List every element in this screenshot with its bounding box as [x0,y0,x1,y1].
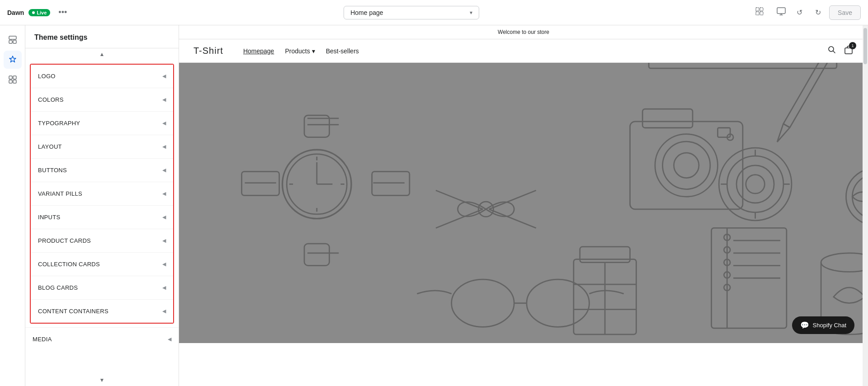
top-bar-right: ↺ ↻ Save [774,5,861,20]
grid-view-button[interactable] [752,4,767,21]
settings-item-inputs[interactable]: INPUTS ◀ [31,206,173,229]
preview-area: Welcome to our store T-Shirt Homepage Pr… [179,25,868,386]
svg-rect-8 [9,76,12,79]
settings-item-variant-pills-label: VARIANT PILLS [38,190,82,197]
preview-scrollbar-thumb [863,28,867,64]
settings-panel: Theme settings ▲ LOGO ◀ COLORS ◀ [25,25,179,386]
settings-item-logo[interactable]: LOGO ◀ [31,65,173,88]
svg-rect-2 [756,12,759,15]
nav-products-arrow-icon: ▾ [312,47,315,55]
cart-icon[interactable]: 1 [844,45,854,57]
settings-item-media[interactable]: MEDIA ◀ [25,327,179,351]
more-options-button[interactable]: ••• [55,6,71,19]
blocks-button[interactable] [4,71,22,89]
settings-item-product-cards-arrow-icon: ◀ [162,238,166,244]
preview-scrollbar[interactable] [863,25,868,386]
icon-sidebar [0,25,25,386]
settings-item-colors-label: COLORS [38,96,64,103]
svg-rect-4 [777,8,785,14]
preview-frame: Welcome to our store T-Shirt Homepage Pr… [179,25,868,386]
redo-button[interactable]: ↻ [811,5,826,19]
svg-rect-14 [179,63,868,343]
svg-rect-5 [9,36,16,39]
settings-item-blog-cards-arrow-icon: ◀ [162,285,166,291]
settings-items-wrapper: LOGO ◀ COLORS ◀ TYPOGRAPHY ◀ LAYOUT ◀ [30,64,174,324]
settings-item-typography-label: TYPOGRAPHY [38,120,80,127]
settings-item-inputs-arrow-icon: ◀ [162,214,166,220]
settings-item-logo-label: LOGO [38,73,56,80]
settings-item-collection-cards-label: COLLECTION CARDS [38,261,100,268]
svg-rect-3 [760,12,763,15]
settings-item-layout[interactable]: LAYOUT ◀ [31,135,173,159]
main-layout: Theme settings ▲ LOGO ◀ COLORS ◀ [0,25,868,386]
chat-icon: 💬 [800,321,809,330]
theme-settings-button[interactable] [4,51,22,69]
store-name: Dawn [7,9,24,16]
chat-widget[interactable]: 💬 Shopify Chat [792,316,854,334]
settings-item-colors[interactable]: COLORS ◀ [31,88,173,112]
store-nav-icons: 1 [827,45,854,57]
undo-button[interactable]: ↺ [792,5,807,19]
nav-link-products[interactable]: Products ▾ [285,47,315,55]
store-announcement-bar: Welcome to our store [179,25,868,39]
svg-rect-1 [760,8,763,11]
sections-button[interactable] [4,31,22,49]
settings-item-layout-arrow-icon: ◀ [162,144,166,150]
svg-rect-7 [13,40,16,43]
svg-rect-6 [9,40,12,43]
settings-item-product-cards[interactable]: PRODUCT CARDS ◀ [31,229,173,253]
settings-item-buttons[interactable]: BUTTONS ◀ [31,159,173,182]
settings-title: Theme settings [34,33,170,42]
settings-item-typography[interactable]: TYPOGRAPHY ◀ [31,112,173,135]
svg-point-12 [829,47,834,52]
settings-item-blog-cards[interactable]: BLOG CARDS ◀ [31,276,173,300]
top-bar: Dawn Live ••• Home page ▾ ↺ ↻ Save [0,0,868,25]
svg-rect-0 [756,8,759,11]
nav-link-bestsellers[interactable]: Best-sellers [326,47,359,55]
settings-item-variant-pills-arrow-icon: ◀ [162,191,166,197]
top-bar-center: Home page ▾ [78,6,745,19]
settings-item-typography-arrow-icon: ◀ [162,120,166,126]
chat-label: Shopify Chat [813,322,846,329]
settings-item-collection-cards-arrow-icon: ◀ [162,261,166,267]
page-selector-text: Home page [350,9,383,16]
settings-item-inputs-label: INPUTS [38,214,60,221]
store-nav: T-Shirt Homepage Products ▾ Best-sellers [179,39,868,63]
nav-link-homepage[interactable]: Homepage [243,47,274,55]
settings-item-product-cards-label: PRODUCT CARDS [38,237,91,244]
save-button[interactable]: Save [829,5,861,20]
settings-item-layout-label: LAYOUT [38,143,62,150]
live-badge: Live [28,9,50,16]
settings-item-collection-cards[interactable]: COLLECTION CARDS ◀ [31,253,173,276]
hero-area: 💬 Shopify Chat [179,63,868,343]
cart-badge: 1 [849,42,856,49]
settings-item-media-label: MEDIA [33,336,52,343]
settings-item-buttons-label: BUTTONS [38,167,67,174]
settings-item-buttons-arrow-icon: ◀ [162,167,166,173]
page-selector-chevron-icon: ▾ [470,9,472,16]
settings-header: Theme settings [25,25,179,48]
live-dot [32,11,35,14]
live-label: Live [37,10,47,15]
scroll-up-arrow[interactable]: ▲ [25,48,179,60]
store-logo: T-Shirt [193,46,223,56]
hero-illustration [179,63,868,343]
settings-item-variant-pills[interactable]: VARIANT PILLS ◀ [31,182,173,206]
svg-rect-11 [13,80,16,83]
settings-item-blog-cards-label: BLOG CARDS [38,284,78,291]
svg-rect-10 [9,80,12,83]
settings-item-logo-arrow-icon: ◀ [162,73,166,79]
desktop-view-button[interactable] [774,5,788,20]
settings-item-content-containers[interactable]: CONTENT CONTAINERS ◀ [31,300,173,323]
settings-item-content-containers-arrow-icon: ◀ [162,308,166,314]
settings-item-media-arrow-icon: ◀ [168,336,171,342]
svg-rect-9 [13,76,16,79]
scroll-down-arrow[interactable]: ▼ [25,374,179,386]
page-selector[interactable]: Home page ▾ [344,6,479,19]
search-icon[interactable] [827,45,836,56]
settings-item-colors-arrow-icon: ◀ [162,97,166,103]
announcement-text: Welcome to our store [498,29,549,35]
store-nav-links: Homepage Products ▾ Best-sellers [243,47,816,55]
settings-list: LOGO ◀ COLORS ◀ TYPOGRAPHY ◀ LAYOUT ◀ [25,60,179,374]
settings-item-content-containers-label: CONTENT CONTAINERS [38,308,108,315]
